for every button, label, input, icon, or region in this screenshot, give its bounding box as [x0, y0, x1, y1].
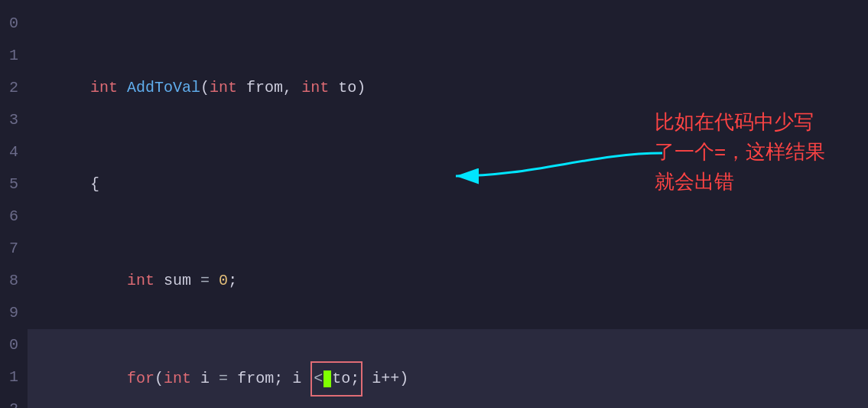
code-line-1: int AddToVal(int from, int to) — [28, 40, 868, 136]
line-num: 3 — [9, 104, 18, 136]
line-num: 2 — [9, 72, 18, 104]
line-num: 9 — [9, 297, 18, 329]
line-num: 1 — [9, 40, 18, 72]
line-num: 2 — [9, 393, 18, 408]
code-editor: 0 1 2 3 4 5 6 7 8 9 0 1 2 3 int AddToVal… — [0, 0, 868, 408]
line-num: 5 — [9, 168, 18, 201]
line-num: 4 — [9, 136, 18, 168]
line-num: 0 — [9, 329, 18, 361]
line-numbers: 0 1 2 3 4 5 6 7 8 9 0 1 2 3 — [0, 0, 28, 408]
code-line-4: for(int i = from; i <to; i++) — [28, 329, 868, 408]
highlight-box: <to; — [310, 361, 362, 397]
cursor — [323, 370, 331, 387]
code-line-2: { — [28, 136, 868, 233]
code-line-0 — [28, 8, 868, 40]
line-num: 0 — [9, 8, 18, 40]
code-area: int AddToVal(int from, int to) { int sum… — [28, 0, 868, 408]
line-num: 8 — [9, 265, 18, 297]
code-line-3: int sum = 0; — [28, 233, 868, 329]
line-num: 1 — [9, 361, 18, 393]
line-num: 6 — [9, 201, 18, 233]
line-num: 7 — [9, 233, 18, 265]
